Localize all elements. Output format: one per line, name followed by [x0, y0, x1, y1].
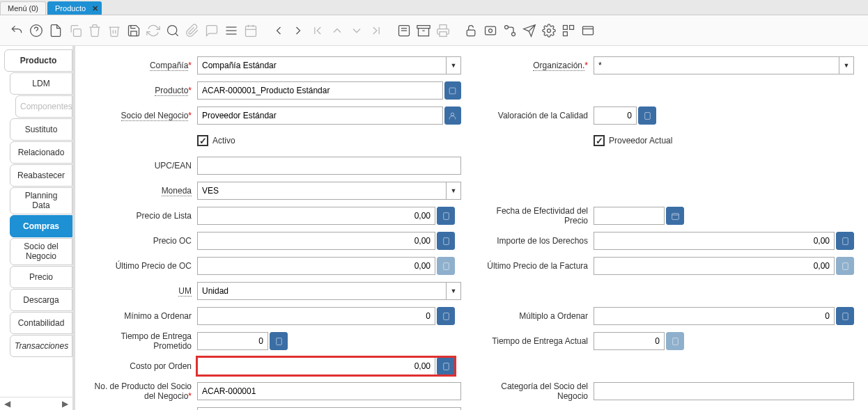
refresh-icon[interactable] [145, 22, 162, 39]
archive-icon[interactable] [415, 22, 432, 39]
sidebar-item-ldm[interactable]: LDM [10, 72, 72, 95]
svg-point-28 [451, 113, 454, 116]
label-valoracion-calidad: Valoración de la Calidad [482, 111, 594, 120]
calculator-icon[interactable] [437, 307, 455, 325]
undo-icon[interactable] [8, 22, 25, 39]
socio-negocio-input[interactable] [197, 107, 443, 125]
moneda-input[interactable] [197, 182, 446, 200]
checkbox-checked-icon [594, 135, 605, 146]
calculator-icon[interactable] [437, 357, 455, 375]
sidebar-item-contabilidad[interactable]: Contabilidad [10, 312, 72, 334]
sidebar-item-planning-data[interactable]: PlanningData [10, 187, 72, 214]
compania-input[interactable] [197, 56, 446, 74]
um-input[interactable] [197, 282, 446, 300]
no-producto-socio-input[interactable] [197, 382, 461, 400]
calculator-icon[interactable] [836, 307, 854, 325]
producto-input[interactable] [197, 81, 443, 100]
calculator-icon[interactable] [638, 107, 656, 125]
new-icon[interactable] [47, 22, 64, 39]
report-icon[interactable] [396, 22, 412, 39]
fecha-efectividad-input[interactable] [594, 207, 665, 225]
svg-rect-24 [564, 31, 568, 36]
sidebar-item-compras[interactable]: Compras [10, 215, 72, 237]
svg-point-19 [505, 25, 509, 29]
calculator-icon[interactable] [270, 332, 288, 350]
chevron-down-icon[interactable]: ▼ [446, 282, 461, 300]
save-icon[interactable] [125, 22, 142, 39]
search-icon[interactable] [164, 22, 181, 39]
categoria-socio-input[interactable] [594, 382, 854, 400]
sidebar-item-relacionado[interactable]: Relacionado [10, 141, 72, 164]
sidebar-item-sustituto[interactable]: Sustituto [10, 118, 72, 141]
nav-next-icon[interactable] [290, 22, 307, 39]
svg-rect-15 [440, 31, 447, 36]
sidebar-item-transacciones[interactable]: Transacciones [10, 335, 72, 357]
attach-icon[interactable] [184, 22, 201, 39]
label-organizacion: Organización.* [482, 61, 594, 70]
svg-rect-34 [842, 237, 848, 244]
tab-producto[interactable]: Producto ✕ [47, 1, 102, 15]
nav-last-icon[interactable] [368, 22, 385, 39]
gear-icon[interactable] [541, 22, 557, 39]
close-icon[interactable]: ✕ [92, 4, 98, 13]
nav-down-icon[interactable] [348, 22, 365, 39]
calculator-icon[interactable] [437, 232, 455, 250]
proveedor-actual-checkbox[interactable]: Proveedor Actual [594, 135, 672, 146]
grid-icon[interactable] [223, 22, 240, 39]
label-precio-oc: Precio OC [89, 236, 197, 246]
print-icon[interactable] [435, 22, 451, 39]
calendar-icon[interactable] [242, 22, 259, 39]
delete-icon[interactable] [86, 22, 103, 39]
valoracion-calidad-input[interactable] [594, 107, 637, 125]
svg-rect-27 [450, 88, 456, 94]
calculator-icon[interactable] [437, 207, 455, 225]
nav-prev-icon[interactable] [270, 22, 287, 39]
nav-up-icon[interactable] [329, 22, 346, 39]
minimo-ordenar-input[interactable] [197, 307, 435, 325]
sidebar-item-socio-negocio[interactable]: Socio delNegocio [10, 238, 72, 265]
costo-por-orden-input[interactable] [197, 357, 435, 375]
chevron-down-icon[interactable]: ▼ [446, 182, 461, 200]
delete-all-icon[interactable] [106, 22, 123, 39]
scroll-right-icon[interactable]: ▶ [62, 399, 68, 409]
svg-rect-38 [842, 313, 848, 320]
svg-point-2 [168, 25, 177, 34]
chevron-down-icon[interactable]: ▼ [446, 56, 461, 74]
chevron-down-icon[interactable]: ▼ [839, 56, 854, 74]
precio-lista-input[interactable] [197, 207, 435, 225]
sidebar-item-componentes[interactable]: Componentes [15, 95, 72, 118]
scroll-left-icon[interactable]: ◀ [4, 399, 10, 409]
sidebar-item-precio[interactable]: Precio [10, 266, 72, 288]
precio-oc-input[interactable] [197, 232, 435, 250]
zoom-icon[interactable] [482, 22, 499, 39]
svg-point-20 [512, 32, 516, 36]
lookup-icon[interactable] [444, 81, 461, 100]
copy-icon[interactable] [67, 22, 84, 39]
product-info-icon[interactable] [560, 22, 577, 39]
importe-derechos-input[interactable] [594, 232, 835, 250]
window-tabs: Menú (0) Producto ✕ [0, 0, 868, 15]
sidebar-item-reabastecer[interactable]: Reabastecer [10, 164, 72, 187]
chat-icon[interactable] [203, 22, 220, 39]
nav-first-icon[interactable] [309, 22, 326, 39]
user-icon[interactable] [444, 107, 461, 125]
date-icon[interactable] [666, 207, 684, 225]
help-icon[interactable] [28, 22, 45, 39]
lock-icon[interactable] [463, 22, 479, 39]
ultimo-precio-oc-input [197, 257, 435, 275]
send-icon[interactable] [521, 22, 538, 39]
organizacion-input[interactable] [594, 56, 839, 74]
calculator-icon[interactable] [836, 232, 854, 250]
tiempo-entrega-prometido-input[interactable] [197, 332, 268, 350]
activo-checkbox[interactable]: Activo [197, 135, 235, 146]
sidebar-item-descarga[interactable]: Descarga [10, 289, 72, 311]
workflow-icon[interactable] [502, 22, 518, 39]
tab-menu[interactable]: Menú (0) [0, 1, 46, 15]
multiplo-ordenar-input[interactable] [594, 307, 835, 325]
calculator-icon [437, 257, 455, 275]
sidebar-item-producto[interactable]: Producto [4, 49, 72, 72]
window-icon[interactable] [580, 22, 596, 39]
upc-ean-input[interactable] [197, 157, 461, 175]
tab-menu-label: Menú (0) [8, 4, 38, 13]
manufactura-input[interactable] [197, 407, 461, 410]
